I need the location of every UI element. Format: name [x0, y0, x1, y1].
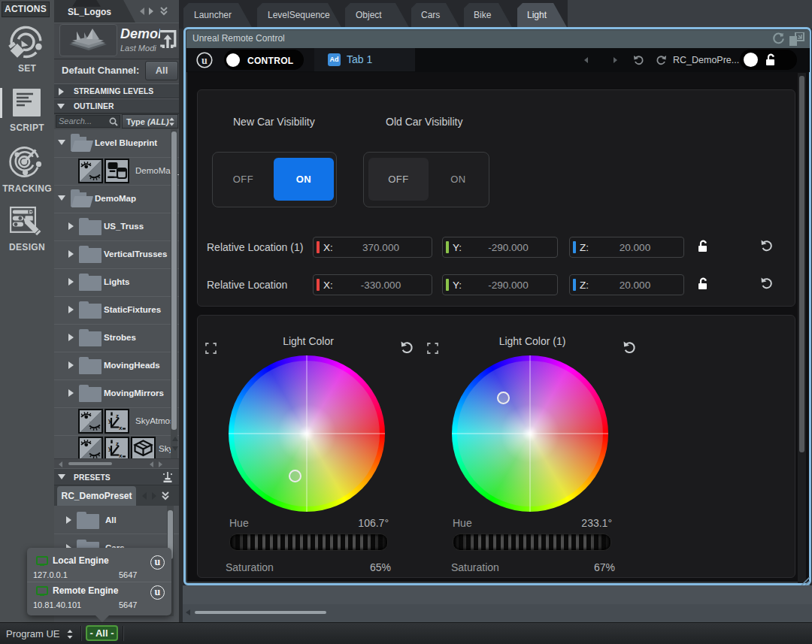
svg-text:u: u: [201, 55, 208, 66]
